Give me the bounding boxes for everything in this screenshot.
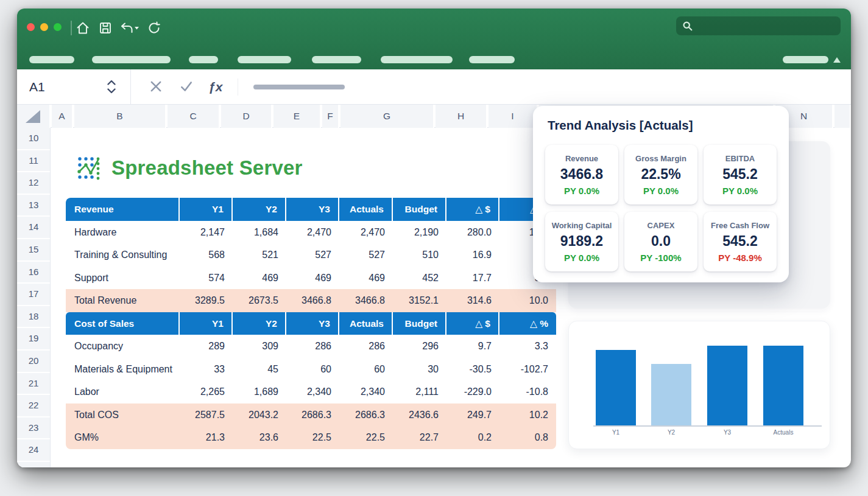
value-cell[interactable]: -102.7 (499, 358, 556, 381)
select-all-button[interactable] (17, 105, 51, 128)
value-cell[interactable]: 289 (180, 335, 233, 358)
save-button[interactable] (98, 20, 115, 36)
value-cell[interactable]: 2,147 (180, 221, 233, 244)
column-title-cell[interactable]: Y2 (233, 312, 286, 335)
ribbon-tab-placeholder[interactable] (469, 56, 515, 63)
row-label-cell[interactable]: Training & Consulting (66, 243, 180, 267)
row-label-cell[interactable]: Hardware (66, 221, 180, 244)
section-title-cell[interactable]: Cost of Sales (66, 312, 180, 335)
row-header-24[interactable]: 24 (17, 439, 50, 462)
section-title-cell[interactable]: Revenue (66, 198, 180, 221)
value-cell[interactable]: 2,265 (180, 380, 233, 403)
cancel-button[interactable] (149, 80, 163, 94)
value-cell[interactable]: 60 (286, 358, 339, 381)
value-cell[interactable]: 10.0 (499, 289, 556, 312)
row-header-17[interactable]: 17 (17, 284, 50, 306)
column-title-cell[interactable]: Budget (393, 312, 446, 335)
value-cell[interactable]: 309 (233, 335, 286, 358)
column-title-cell[interactable]: △ $ (446, 198, 499, 221)
value-cell[interactable]: 23.6 (233, 426, 286, 449)
ribbon-collapse-icon[interactable] (833, 57, 841, 63)
row-header-21[interactable]: 21 (17, 373, 50, 396)
column-header-H[interactable]: H (436, 105, 487, 128)
value-cell[interactable]: 22.5 (286, 426, 339, 449)
column-title-cell[interactable]: Y2 (233, 198, 286, 221)
value-cell[interactable]: 469 (339, 267, 393, 290)
value-cell[interactable]: 10.2 (499, 403, 556, 427)
name-box-stepper[interactable] (107, 80, 116, 94)
column-title-cell[interactable]: Y1 (180, 312, 233, 335)
insert-function-button[interactable]: ƒx (208, 69, 222, 105)
column-header-blank[interactable] (834, 105, 851, 128)
value-cell[interactable]: 60 (339, 358, 393, 381)
row-header-19[interactable]: 19 (17, 328, 50, 351)
ribbon-tab-placeholder[interactable] (783, 56, 828, 63)
column-title-cell[interactable]: △ $ (446, 312, 499, 335)
value-cell[interactable]: 0.8 (499, 426, 556, 449)
value-cell[interactable]: 3466.8 (339, 289, 393, 312)
value-cell[interactable]: 249.7 (446, 403, 499, 427)
column-header-I[interactable]: I (489, 105, 538, 128)
column-header-D[interactable]: D (221, 105, 272, 128)
value-cell[interactable]: -10.8 (499, 380, 556, 403)
value-cell[interactable]: 45 (233, 358, 286, 381)
row-header-25[interactable]: 25 (17, 462, 50, 467)
column-title-cell[interactable]: Budget (393, 198, 446, 221)
value-cell[interactable]: 2673.5 (233, 289, 286, 312)
column-header-C[interactable]: C (168, 105, 220, 128)
undo-button[interactable] (119, 20, 140, 36)
value-cell[interactable]: 9.7 (446, 335, 499, 358)
row-header-11[interactable]: 11 (17, 150, 50, 173)
value-cell[interactable]: 16.9 (446, 243, 499, 267)
row-label-cell[interactable]: GM% (66, 426, 180, 449)
row-header-12[interactable]: 12 (17, 172, 50, 195)
value-cell[interactable]: 510 (393, 243, 446, 267)
value-cell[interactable]: 2686.3 (339, 403, 393, 427)
ribbon-tab-placeholder[interactable] (189, 56, 218, 63)
row-header-15[interactable]: 15 (17, 239, 50, 262)
value-cell[interactable]: 21.3 (180, 426, 233, 449)
row-label-cell[interactable]: Occupancy (66, 335, 180, 358)
value-cell[interactable]: 568 (180, 243, 233, 267)
value-cell[interactable]: 22.7 (393, 426, 446, 449)
refresh-button[interactable] (147, 20, 164, 36)
value-cell[interactable]: 3466.8 (286, 289, 339, 312)
column-title-cell[interactable]: △ % (499, 312, 556, 335)
value-cell[interactable]: 2043.2 (233, 403, 286, 427)
minimize-button[interactable] (40, 23, 48, 31)
column-title-cell[interactable]: Actuals (339, 312, 393, 335)
value-cell[interactable]: 3289.5 (180, 289, 233, 312)
value-cell[interactable]: 1,684 (233, 221, 286, 244)
confirm-button[interactable] (179, 80, 194, 94)
column-header-A[interactable]: A (52, 105, 73, 128)
column-header-F[interactable]: F (322, 105, 339, 128)
value-cell[interactable]: 452 (393, 267, 446, 290)
value-cell[interactable]: 1,689 (233, 380, 286, 403)
value-cell[interactable]: 0.2 (446, 426, 499, 449)
column-title-cell[interactable]: Y1 (180, 198, 233, 221)
row-header-20[interactable]: 20 (17, 351, 50, 373)
value-cell[interactable]: -30.5 (446, 358, 499, 381)
row-header-10[interactable]: 10 (17, 128, 50, 150)
row-label-cell[interactable]: Materials & Equipment (66, 358, 180, 381)
value-cell[interactable]: 286 (286, 335, 339, 358)
ribbon-tab-placeholder[interactable] (92, 56, 171, 63)
value-cell[interactable]: 280.0 (446, 221, 499, 244)
row-label-cell[interactable]: Labor (66, 380, 180, 403)
value-cell[interactable]: 527 (286, 243, 339, 267)
value-cell[interactable]: 527 (339, 243, 393, 267)
row-label-cell[interactable]: Total Revenue (66, 289, 180, 312)
column-title-cell[interactable]: Actuals (339, 198, 393, 221)
ribbon-tab-placeholder[interactable] (29, 56, 74, 63)
value-cell[interactable]: 2,340 (286, 380, 339, 403)
row-header-13[interactable]: 13 (17, 195, 50, 217)
search-box[interactable] (676, 16, 841, 35)
value-cell[interactable]: 30 (393, 358, 446, 381)
home-button[interactable] (76, 20, 93, 36)
value-cell[interactable]: 286 (339, 335, 393, 358)
ribbon-tab-placeholder[interactable] (312, 56, 361, 63)
row-label-cell[interactable]: Total COS (66, 403, 180, 427)
value-cell[interactable]: 2587.5 (180, 403, 233, 427)
row-label-cell[interactable]: Support (66, 267, 180, 290)
row-header-18[interactable]: 18 (17, 306, 50, 329)
